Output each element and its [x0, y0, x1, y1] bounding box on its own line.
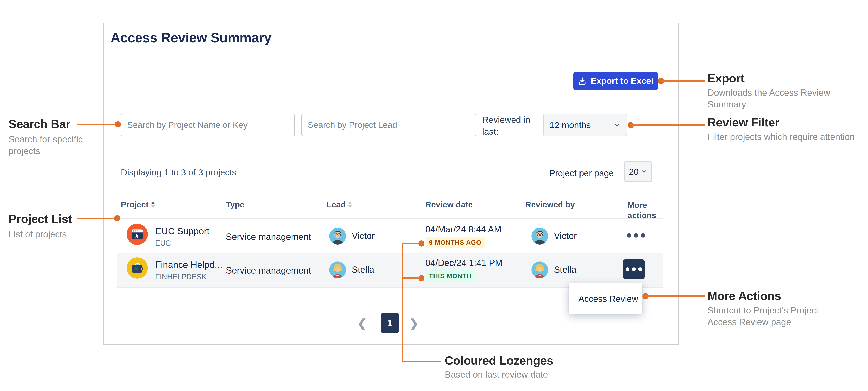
pagination-next-button[interactable]: ❯	[409, 317, 419, 330]
annotation-search-title: Search Bar	[9, 117, 70, 131]
column-header-reviewed-by-label: Reviewed by	[525, 200, 575, 209]
connector-line	[77, 124, 118, 125]
more-actions-menu: Access Review	[569, 283, 642, 314]
connector-line	[77, 218, 117, 219]
annotation-review-filter-desc: Filter projects which require attention	[708, 131, 855, 142]
lead-avatar-stella	[329, 261, 346, 278]
review-date: 04/Dec/24 1:41 PM	[425, 258, 502, 268]
more-actions-icon	[627, 233, 631, 237]
connector-dot	[114, 215, 120, 221]
column-header-review-date: Review date	[425, 200, 473, 209]
export-button-label: Export to Excel	[591, 76, 653, 86]
pagination-prev-button[interactable]: ❮	[357, 317, 367, 330]
menu-item-access-review[interactable]: Access Review	[579, 294, 638, 304]
connector-line	[402, 243, 422, 244]
project-key: EUC	[155, 239, 171, 248]
column-header-lead-label: Lead	[327, 200, 346, 209]
annotation-search-desc: Search for specific projects	[9, 133, 95, 157]
annotation-more-actions-title: More Actions	[708, 289, 781, 303]
annotation-lozenges-title: Coloured Lozenges	[445, 354, 553, 367]
column-header-type-label: Type	[226, 200, 244, 209]
reviewed-by-name: Stella	[554, 265, 577, 275]
column-header-type: Type	[226, 200, 244, 209]
project-type: Service management	[226, 265, 311, 275]
project-type: Service management	[226, 232, 311, 242]
per-page-label: Project per page	[549, 168, 614, 178]
displaying-count-text: Displaying 1 to 3 of 3 projects	[121, 167, 236, 177]
search-project-input[interactable]	[121, 114, 295, 136]
reviewed-in-last-label: Reviewed in last:	[482, 114, 531, 137]
per-page-value: 20	[629, 167, 639, 177]
search-lead-input[interactable]	[302, 114, 476, 136]
annotation-project-list-desc: List of projects	[9, 228, 67, 240]
column-header-lead[interactable]: Lead	[327, 200, 352, 209]
review-age-lozenge: THIS MONTH	[425, 270, 475, 282]
annotation-export-desc: Downloads the Access Review Summary	[708, 87, 868, 110]
reviewed-in-last-select[interactable]: 12 months	[543, 114, 627, 136]
table-header-divider	[117, 218, 663, 219]
connector-line	[645, 295, 705, 297]
connector-line	[402, 361, 441, 362]
review-age-lozenge: 9 MONTHS AGO	[425, 237, 485, 249]
column-header-reviewed-by: Reviewed by	[525, 200, 575, 209]
project-key: FINHELPDESK	[155, 272, 207, 281]
export-to-excel-button[interactable]: Export to Excel	[574, 72, 658, 90]
chevron-down-icon	[641, 168, 647, 175]
more-actions-button[interactable]	[627, 233, 645, 237]
project-name[interactable]: Finance Helpd...	[155, 259, 222, 270]
column-header-review-date-label: Review date	[425, 200, 473, 209]
review-date: 04/Mar/24 8:44 AM	[425, 224, 501, 234]
column-header-project[interactable]: Project	[121, 200, 155, 209]
per-page-select[interactable]: 20	[624, 161, 652, 182]
connector-line	[661, 80, 705, 82]
reviewed-by-name: Victor	[554, 231, 577, 241]
more-actions-button-active[interactable]	[623, 259, 645, 279]
chevron-down-icon	[613, 121, 621, 129]
column-header-project-label: Project	[121, 200, 149, 209]
connector-dot	[115, 121, 121, 127]
table-row-highlight	[117, 253, 663, 287]
reviewed-by-avatar-victor	[531, 228, 548, 245]
lead-name: Stella	[352, 265, 374, 275]
project-avatar-finance	[127, 257, 148, 279]
connector-line	[402, 243, 403, 362]
download-icon	[578, 76, 587, 86]
sort-neutral-icon	[348, 202, 352, 209]
annotation-project-list-title: Project List	[9, 212, 72, 226]
lead-avatar-victor	[329, 228, 346, 245]
screenshot-root: Access Review Summary Export to Excel Re…	[0, 0, 868, 391]
page-title: Access Review Summary	[111, 30, 272, 45]
connector-line	[402, 278, 422, 279]
more-actions-icon	[625, 267, 629, 271]
reviewed-in-last-value: 12 months	[550, 120, 591, 130]
lead-name: Victor	[352, 231, 375, 241]
pagination-page-1[interactable]: 1	[381, 313, 399, 333]
annotation-export-title: Export	[708, 71, 745, 85]
annotation-lozenges-desc: Based on last review date	[445, 369, 548, 380]
sort-ascending-icon	[151, 202, 155, 209]
project-name[interactable]: EUC Support	[155, 226, 210, 236]
annotation-more-actions-desc: Shortcut to Project’s Project Access Rev…	[708, 304, 838, 328]
reviewed-by-avatar-stella	[531, 261, 548, 278]
project-avatar-euc	[127, 224, 148, 245]
column-header-more-actions-label: More actions	[628, 200, 663, 221]
connector-line	[631, 124, 705, 126]
annotation-review-filter-title: Review Filter	[708, 116, 779, 129]
column-header-more-actions: More actions	[628, 200, 663, 221]
